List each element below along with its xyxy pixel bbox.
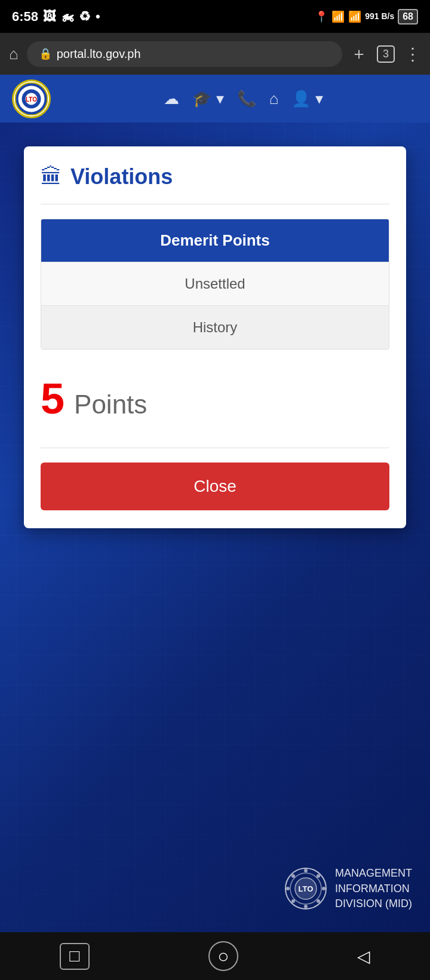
- bank-icon: 🏛: [41, 164, 62, 189]
- lock-icon: 🔒: [39, 47, 52, 60]
- title-divider: [41, 204, 389, 204]
- new-tab-icon[interactable]: ＋: [351, 42, 367, 65]
- bottom-divider: [41, 448, 389, 448]
- signal-icon: 📶: [348, 10, 361, 23]
- status-right: 📍 📶 📶 991 B/s 68: [315, 9, 418, 24]
- time-display: 6:58: [12, 9, 38, 24]
- close-button[interactable]: Close: [41, 463, 389, 510]
- main-content: 🏛 Violations Demerit Points Unsettled Hi…: [0, 122, 430, 959]
- nav-icons: ☁ 🎓 ▾ 📞 ⌂ 👤 ▾: [69, 90, 418, 108]
- nav-bar: LTO ☁ 🎓 ▾ 📞 ⌂ 👤 ▾: [0, 75, 430, 122]
- tab-count[interactable]: 3: [377, 45, 395, 63]
- points-label: Points: [74, 390, 147, 419]
- svg-point-14: [317, 874, 320, 878]
- nav-square-button[interactable]: □: [60, 943, 90, 970]
- dot-indicator: •: [96, 9, 100, 24]
- svg-text:LTO: LTO: [299, 884, 314, 893]
- tabs-container: Demerit Points Unsettled History: [41, 219, 389, 350]
- url-text: portal.lto.gov.ph: [57, 47, 330, 61]
- battery-display: 68: [398, 9, 418, 24]
- bike-icon: 🏍: [61, 9, 74, 24]
- tab-header: Demerit Points: [41, 219, 389, 262]
- lto-logo[interactable]: LTO: [12, 79, 51, 118]
- wifi-icon: 📶: [331, 10, 345, 23]
- mid-line2: INFORMATION: [335, 881, 412, 896]
- browser-bar: ⌂ 🔒 portal.lto.gov.ph ＋ 3 ⋮: [0, 33, 430, 75]
- svg-point-9: [304, 869, 308, 872]
- mid-text: MANAGEMENT INFORMATION DIVISION (MID): [335, 866, 412, 911]
- notification-icon: 🖼: [43, 9, 56, 24]
- education-icon[interactable]: 🎓 ▾: [192, 90, 223, 108]
- svg-point-16: [317, 899, 320, 903]
- card-title-row: 🏛 Violations: [41, 164, 389, 189]
- user-icon[interactable]: 👤 ▾: [291, 90, 322, 108]
- speed-display: 991 B/s: [365, 12, 394, 21]
- svg-point-13: [291, 874, 295, 878]
- status-bar: 6:58 🖼 🏍 ♻ • 📍 📶 📶 991 B/s 68: [0, 0, 430, 33]
- menu-icon[interactable]: ⋮: [404, 44, 421, 64]
- points-display: 5 Points: [41, 371, 389, 426]
- nav-circle-button[interactable]: ○: [208, 941, 238, 971]
- svg-point-10: [304, 905, 308, 908]
- url-bar[interactable]: 🔒 portal.lto.gov.ph: [27, 41, 342, 67]
- svg-point-11: [286, 887, 290, 890]
- points-number: 5: [41, 377, 64, 420]
- tab-history[interactable]: History: [41, 305, 389, 349]
- violations-card: 🏛 Violations Demerit Points Unsettled Hi…: [24, 146, 406, 528]
- recycle-icon: ♻: [79, 9, 91, 24]
- lto-footer-logo: LTO: [285, 868, 327, 909]
- mid-line3: DIVISION (MID): [335, 896, 412, 911]
- footer-area: LTO MANAGEMENT INFORMATION DIVISION (MID…: [285, 866, 412, 911]
- bottom-navigation: □ ○ ◁: [0, 932, 430, 980]
- browser-controls: ＋ 3 ⋮: [351, 42, 421, 65]
- tab-unsettled[interactable]: Unsettled: [41, 262, 389, 305]
- home-icon[interactable]: ⌂: [269, 90, 279, 108]
- svg-point-15: [291, 899, 295, 903]
- cloud-icon[interactable]: ☁: [164, 90, 179, 108]
- phone-icon[interactable]: 📞: [237, 90, 256, 108]
- browser-home-icon[interactable]: ⌂: [9, 45, 19, 63]
- mid-line1: MANAGEMENT: [335, 866, 412, 881]
- card-title: Violations: [70, 164, 173, 189]
- location-icon: 📍: [315, 10, 328, 23]
- svg-point-12: [322, 887, 325, 890]
- status-left: 6:58 🖼 🏍 ♻ •: [12, 9, 100, 24]
- svg-text:LTO: LTO: [26, 96, 37, 103]
- nav-back-button[interactable]: ◁: [357, 947, 370, 966]
